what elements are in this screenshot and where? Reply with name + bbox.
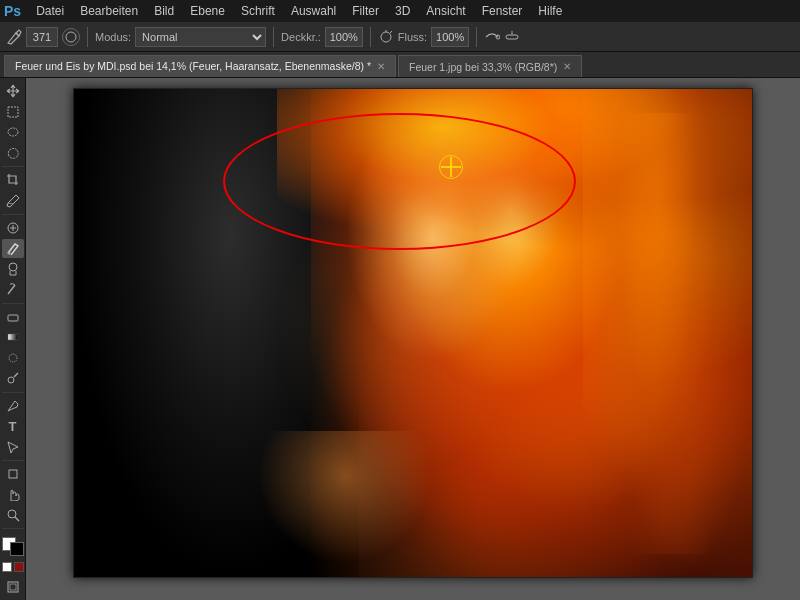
svg-point-0 — [66, 32, 76, 42]
tool-separator-1 — [2, 166, 24, 167]
tool-heal[interactable] — [2, 219, 24, 238]
canvas-area[interactable] — [26, 78, 800, 600]
brush-preview-btn[interactable] — [62, 28, 80, 46]
tool-path-select[interactable] — [2, 437, 24, 456]
svg-rect-23 — [8, 582, 18, 592]
tab-bar: Feuer und Eis by MDI.psd bei 14,1% (Feue… — [0, 52, 800, 78]
flow-input[interactable]: 100% — [431, 27, 469, 47]
menu-datei[interactable]: Datei — [29, 2, 71, 20]
brush-size-input[interactable]: 371 — [26, 27, 58, 47]
tool-marquee-ellipse[interactable] — [2, 123, 24, 142]
screen-mode-btn[interactable] — [2, 578, 24, 597]
tool-separator-6 — [2, 528, 24, 529]
flow-label: Fluss: — [398, 31, 427, 43]
svg-line-19 — [14, 373, 18, 377]
tab-feuer-und-eis-label: Feuer und Eis by MDI.psd bei 14,1% (Feue… — [15, 60, 371, 72]
svg-point-1 — [381, 32, 391, 42]
tool-zoom[interactable] — [2, 506, 24, 525]
menu-bearbeiten[interactable]: Bearbeiten — [73, 2, 145, 20]
svg-point-18 — [8, 377, 14, 383]
tool-lasso[interactable] — [2, 144, 24, 163]
mode-select[interactable]: Normal Aufhellen Abdunkeln Multipliziere… — [135, 27, 266, 47]
menu-3d[interactable]: 3D — [388, 2, 417, 20]
main-area: T — [0, 78, 800, 600]
svg-line-9 — [8, 203, 13, 204]
tool-shape[interactable] — [2, 465, 24, 484]
svg-line-3 — [390, 31, 392, 33]
mode-label: Modus: — [95, 31, 131, 43]
svg-line-22 — [15, 517, 19, 521]
menu-ebene[interactable]: Ebene — [183, 2, 232, 20]
menu-fenster[interactable]: Fenster — [475, 2, 530, 20]
menu-ansicht[interactable]: Ansicht — [419, 2, 472, 20]
svg-rect-16 — [8, 334, 18, 340]
opacity-input[interactable]: 100% — [325, 27, 363, 47]
svg-point-17 — [9, 354, 17, 362]
tool-separator-2 — [2, 214, 24, 215]
menu-schrift[interactable]: Schrift — [234, 2, 282, 20]
color-swatches — [2, 537, 24, 556]
menu-filter[interactable]: Filter — [345, 2, 386, 20]
svg-rect-15 — [8, 315, 18, 321]
quick-mask-area — [2, 562, 24, 572]
tool-pen[interactable] — [2, 396, 24, 415]
tool-eraser[interactable] — [2, 308, 24, 327]
tool-clone[interactable] — [2, 260, 24, 279]
tool-blur[interactable] — [2, 349, 24, 368]
tool-separator-4 — [2, 392, 24, 393]
ps-logo: Ps — [4, 3, 21, 19]
tool-brush[interactable] — [2, 239, 24, 258]
menu-auswahl[interactable]: Auswahl — [284, 2, 343, 20]
tool-crop[interactable] — [2, 171, 24, 190]
tool-separator-3 — [2, 303, 24, 304]
tab-feuer-und-eis[interactable]: Feuer und Eis by MDI.psd bei 14,1% (Feue… — [4, 55, 396, 77]
tool-hand[interactable] — [2, 485, 24, 504]
tool-eyedropper[interactable] — [2, 191, 24, 210]
cursor-circle — [439, 155, 463, 179]
tool-text[interactable]: T — [2, 417, 24, 436]
tool-move[interactable] — [2, 82, 24, 101]
svg-point-14 — [9, 263, 17, 271]
svg-rect-5 — [506, 35, 518, 39]
airbrush-icon — [378, 29, 394, 45]
options-toolbar: 371 Modus: Normal Aufhellen Abdunkeln Mu… — [0, 22, 800, 52]
brush-tool-icon — [6, 29, 22, 45]
opacity-label: Deckkr.: — [281, 31, 321, 43]
tab-feuer-1[interactable]: Feuer 1.jpg bei 33,3% (RGB/8*) ✕ — [398, 55, 582, 77]
extra-icon — [504, 29, 520, 45]
tool-history-brush[interactable] — [2, 280, 24, 299]
background-color[interactable] — [10, 542, 24, 556]
svg-point-21 — [8, 510, 16, 518]
tab-feuer-1-close[interactable]: ✕ — [563, 61, 571, 72]
menu-bild[interactable]: Bild — [147, 2, 181, 20]
svg-rect-24 — [10, 584, 16, 590]
tool-separator-5 — [2, 460, 24, 461]
svg-point-13 — [7, 252, 10, 255]
smoothing-icon — [484, 29, 500, 45]
menu-bar: Ps Datei Bearbeiten Bild Ebene Schrift A… — [0, 0, 800, 22]
svg-point-8 — [8, 128, 18, 136]
fire-detail-layer — [243, 88, 617, 578]
menu-hilfe[interactable]: Hilfe — [531, 2, 569, 20]
normal-mode-btn[interactable] — [2, 562, 12, 572]
flame-wisp-layer — [597, 113, 719, 554]
tab-feuer-und-eis-close[interactable]: ✕ — [377, 61, 385, 72]
tool-dodge[interactable] — [2, 369, 24, 388]
svg-rect-7 — [8, 107, 18, 117]
toolbox: T — [0, 78, 26, 600]
artwork-canvas[interactable] — [73, 88, 753, 578]
tab-feuer-1-label: Feuer 1.jpg bei 33,3% (RGB/8*) — [409, 61, 557, 73]
tool-marquee-rect[interactable] — [2, 103, 24, 122]
svg-rect-20 — [9, 470, 17, 478]
tool-gradient[interactable] — [2, 328, 24, 347]
quick-mask-btn[interactable] — [14, 562, 24, 572]
